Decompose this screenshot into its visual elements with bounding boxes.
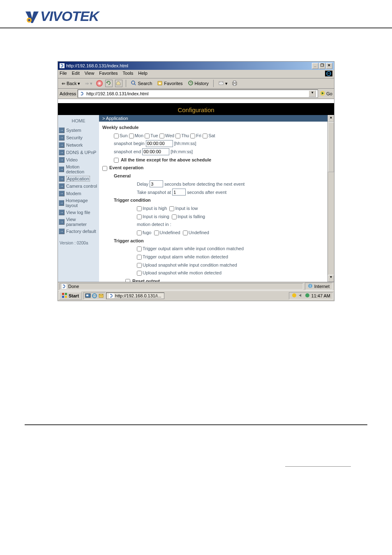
tray-icon-3[interactable] [305,293,310,299]
checkbox-md3[interactable] [183,230,188,235]
ta2[interactable]: Trigger output alarm while motion detect… [137,254,228,259]
checkbox-sat[interactable] [203,134,208,138]
input-falling[interactable]: Input is falling [172,214,205,219]
checkbox-reset-output[interactable] [125,279,130,282]
day-fri[interactable]: Fri [190,133,201,138]
menu-view[interactable]: View [85,71,95,77]
back-button[interactable]: ⇐ Back ▾ [60,81,81,87]
stop-icon[interactable] [96,80,103,87]
sidebar-label: Security [66,135,83,140]
checkbox-ta4[interactable] [137,271,142,276]
address-dropdown-button[interactable]: ▼ [309,90,316,97]
ie-quicklaunch-icon[interactable] [92,293,97,299]
sidebar-home[interactable]: HOME [58,115,99,127]
sidebar-item-network[interactable]: →Network [58,141,99,149]
close-button[interactable]: ✕ [326,63,332,69]
sidebar-item-video[interactable]: →Video [58,156,99,164]
md-undefined-1[interactable]: Undefined [154,230,180,235]
sidebar-item-factory-default[interactable]: →Factory default [58,228,99,235]
checkbox-tue[interactable] [145,134,150,138]
sidebar-label: View parameter [66,217,97,227]
sidebar-label: View log file [66,210,90,215]
scroll-track[interactable] [328,172,334,275]
tray-volume-icon[interactable] [298,293,303,299]
menu-favorites[interactable]: Favorites [99,71,118,77]
snapshot-begin-input[interactable] [146,140,173,147]
checkbox-md2[interactable] [154,230,159,235]
input-high[interactable]: Input is high [137,206,167,211]
sidebar-item-view-parameter[interactable]: →View parameter [58,216,99,228]
day-wed[interactable]: Wed [159,133,174,138]
snapshot-end-label: snapshot end [114,149,141,154]
menu-help[interactable]: Help [138,71,148,77]
sidebar-item-application[interactable]: →Application [58,175,99,182]
sidebar-item-system[interactable]: →System [58,127,99,134]
show-desktop-icon[interactable] [85,293,91,299]
label: Trigger output alarm while motion detect… [143,254,228,259]
scroll-down-button[interactable]: ▼ [328,275,334,282]
outlook-quicklaunch-icon[interactable] [98,293,104,299]
tray-icon-1[interactable] [292,293,297,299]
home-icon[interactable] [115,80,122,87]
checkbox-input-high[interactable] [137,206,142,211]
favorites-button[interactable]: Favorites [156,80,184,87]
day-mon[interactable]: Mon [129,133,143,138]
arrow-icon: → [59,183,65,189]
checkbox-mon[interactable] [129,134,134,138]
search-button[interactable]: Search [129,80,153,87]
taskbar-task-ie[interactable]: http://192.168.0.131/i... [106,292,164,299]
day-thu[interactable]: Thu [175,133,189,138]
start-button[interactable]: Start [59,292,82,300]
maximize-button[interactable]: ❐ [319,63,325,69]
search-icon [131,80,136,87]
checkbox-input-low[interactable] [169,206,174,211]
checkbox-thu[interactable] [175,134,180,138]
snapshot-end-input[interactable] [142,148,169,155]
delay-input[interactable] [150,180,163,187]
forward-button[interactable]: ⇒ ▾ [84,81,94,87]
refresh-icon[interactable] [105,80,113,87]
checkbox-event-operation[interactable] [102,166,107,171]
vertical-scrollbar[interactable]: ▲ ▼ [327,115,334,282]
take-snapshot-input[interactable] [172,189,186,196]
ta1[interactable]: Trigger output alarm while input conditi… [137,246,244,251]
print-icon[interactable] [231,80,238,87]
checkbox-ta2[interactable] [137,255,142,260]
day-sat[interactable]: Sat [203,133,215,138]
input-low[interactable]: Input is low [169,206,198,211]
ta4[interactable]: Upload snapshot while motion detected [137,270,221,275]
scroll-thumb[interactable] [328,122,334,172]
menu-file[interactable]: File [60,71,67,77]
checkbox-input-falling[interactable] [172,214,177,219]
checkbox-wed[interactable] [159,134,164,138]
checkbox-ta1[interactable] [137,246,142,251]
checkbox-ta3[interactable] [137,263,142,268]
menu-tools[interactable]: Tools [123,71,134,77]
sidebar-item-ddns-upnp[interactable]: →DDNS & UPnP [58,149,99,156]
checkbox-fri[interactable] [190,134,195,138]
md-fugo[interactable]: fugo [137,230,151,235]
day-tue[interactable]: Tue [145,133,158,138]
scroll-up-button[interactable]: ▲ [328,115,334,122]
sidebar-item-camera-control[interactable]: →Camera control [58,182,99,190]
sidebar-item-motion-detection[interactable]: →Motion detection [58,164,99,175]
minimize-button[interactable]: _ [312,63,318,69]
day-label: Tue [150,133,158,138]
address-url[interactable]: http://192.168.0.131/index.html [86,91,307,96]
checkbox-sun[interactable] [114,134,119,138]
mail-button[interactable]: ▾ [217,80,229,87]
sidebar-item-homepage-layout[interactable]: →Homepage layout [58,197,99,209]
checkbox-input-rising[interactable] [137,214,142,219]
sidebar-item-security[interactable]: →Security [58,134,99,141]
go-button[interactable]: Go [320,90,332,97]
checkbox-all-time[interactable] [114,158,119,163]
history-button[interactable]: History [187,80,210,87]
sidebar-item-modem[interactable]: →Modem [58,190,99,197]
sidebar-item-view-log-file[interactable]: →View log file [58,209,99,216]
day-sun[interactable]: Sun [114,133,128,138]
md-undefined-2[interactable]: Undefined [183,230,209,235]
input-rising[interactable]: Input is rising [137,214,169,219]
checkbox-md1[interactable] [137,230,142,235]
menu-edit[interactable]: Edit [72,71,80,77]
ta3[interactable]: Upload snapshot while input condition ma… [137,263,237,267]
